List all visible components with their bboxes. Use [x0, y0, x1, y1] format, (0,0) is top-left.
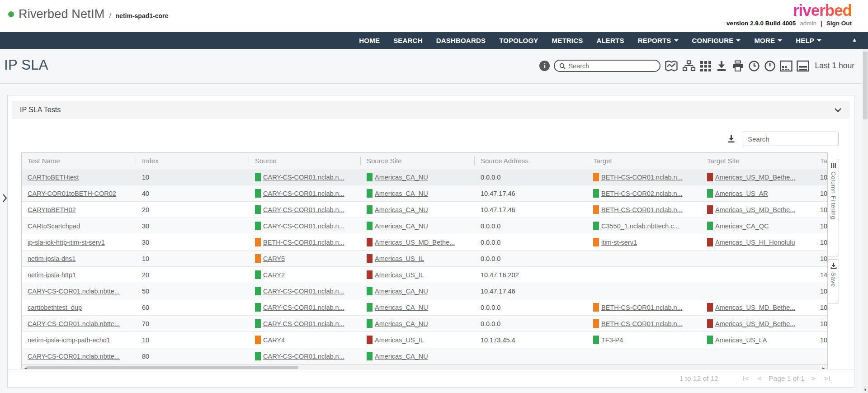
source-link[interactable]: CARY-CS-COR01.nclab.n... — [263, 304, 344, 311]
source-site-link[interactable]: Americas_CA_NU — [375, 353, 428, 360]
source-site-link[interactable]: Americas_CA_NU — [375, 206, 428, 213]
target-link[interactable]: BETH-CS-COR01.nclab.n... — [601, 206, 683, 213]
test-name-link[interactable]: carttobethtest_dup — [28, 304, 82, 311]
nav-item-configure[interactable]: CONFIGURE — [685, 37, 748, 44]
column-header-test-name[interactable]: Test Name — [22, 153, 136, 169]
column-header-target-address[interactable]: Target Address — [814, 153, 828, 169]
download-icon[interactable] — [716, 60, 727, 72]
source-site-link[interactable]: Americas_CA_NU — [375, 304, 428, 311]
nav-item-dashboards[interactable]: DASHBOARDS — [429, 37, 493, 44]
table-row[interactable]: CARYtoBETH0220CARY-CS-COR01.nclab.n...Am… — [22, 202, 828, 218]
test-name-link[interactable]: CARY-CS-COR01.nclab.nbtte... — [28, 353, 120, 360]
target-link[interactable]: C3550_1.nclab.nbttech.c... — [601, 223, 679, 230]
table-row[interactable]: netim-ipsla-http120CARY2Americas_US_IL10… — [22, 267, 828, 283]
target-site-link[interactable]: Americas_US_MD_Bethe... — [715, 206, 795, 213]
info-icon[interactable]: i — [539, 61, 550, 71]
column-header-target-site[interactable]: Target Site — [701, 153, 814, 169]
source-link[interactable]: BETH-CS-COR01.nclab.n... — [263, 239, 344, 246]
source-site-link[interactable]: Americas_CA_NU — [375, 288, 428, 295]
table-row[interactable]: CARY-COR01toBETH-COR0240CARY-CS-COR01.nc… — [22, 185, 828, 202]
target-site-link[interactable]: Americas_US_AR — [715, 190, 768, 197]
username-label[interactable]: admin — [800, 20, 816, 27]
target-site-link[interactable]: Americas_US_MD_Bethe... — [715, 174, 795, 181]
nav-item-search[interactable]: SEARCH — [387, 37, 429, 44]
topology-icon[interactable] — [682, 60, 696, 72]
column-filtering-tab[interactable]: Column Filtering — [828, 159, 839, 256]
target-site-link[interactable]: Americas_CA_QC — [715, 223, 769, 230]
table-row[interactable]: ip-sla-iok-http-itim-st-serv130BETH-CS-C… — [22, 234, 828, 251]
table-search-input[interactable] — [743, 132, 839, 146]
source-link[interactable]: CARY-CS-COR01.nclab.n... — [263, 190, 344, 197]
source-site-link[interactable]: Americas_US_IL — [375, 271, 424, 279]
source-link[interactable]: CARY-CS-COR01.nclab.n... — [263, 223, 344, 230]
time-setting-icon[interactable] — [764, 60, 776, 72]
test-name-link[interactable]: netim-ipsla-http1 — [28, 271, 76, 279]
column-header-source-address[interactable]: Source Address — [475, 153, 587, 169]
prev-page-button[interactable]: < — [753, 374, 766, 383]
source-site-link[interactable]: Americas_CA_NU — [375, 174, 428, 181]
test-name-link[interactable]: CARY-CS-COR01.nclab.nbtte... — [28, 288, 120, 295]
target-link[interactable]: BETH-CS-COR02.nclab.n... — [601, 190, 683, 197]
source-link[interactable]: CARY-CS-COR01.nclab.n... — [263, 353, 344, 360]
source-site-link[interactable]: Americas_US_IL — [375, 255, 424, 262]
test-name-link[interactable]: netim-ipsla-dns1 — [28, 255, 75, 262]
table-rows-icon[interactable] — [797, 60, 809, 72]
grid-icon[interactable] — [700, 60, 712, 72]
table-row[interactable]: carttobethtest_dup60CARY-CS-COR01.nclab.… — [22, 299, 828, 316]
target-site-link[interactable]: Americas_US_MD_Bethe... — [715, 304, 795, 311]
target-link[interactable]: BETH-CS-COR01.nclab.n... — [601, 304, 683, 311]
column-header-source-site[interactable]: Source Site — [361, 153, 475, 169]
target-link[interactable]: itim-st-serv1 — [601, 239, 637, 246]
nav-item-help[interactable]: HELP — [789, 37, 828, 44]
save-tab[interactable]: Save — [828, 259, 839, 303]
scroll-down-arrow-icon[interactable]: ▼ — [862, 388, 868, 392]
target-link[interactable]: BETH-CS-COR01.nclab.n... — [601, 174, 683, 181]
chevron-down-icon[interactable] — [834, 108, 842, 113]
next-page-button[interactable]: > — [807, 374, 820, 383]
column-header-source[interactable]: Source — [249, 153, 361, 169]
target-site-link[interactable]: Americas_US_LA — [715, 336, 767, 344]
test-name-link[interactable]: CARY-COR01toBETH-COR02 — [28, 190, 116, 197]
nav-item-more[interactable]: MORE — [747, 37, 789, 44]
sidebar-expander[interactable] — [2, 194, 7, 204]
source-site-link[interactable]: Americas_US_IL — [375, 336, 424, 344]
time-range-label[interactable]: Last 1 hour — [815, 61, 854, 71]
source-site-link[interactable]: Americas_US_MD_Bethe... — [375, 239, 455, 246]
table-row[interactable]: CARTtoBETHtest10CARY-CS-COR01.nclab.n...… — [22, 169, 828, 185]
table-row[interactable]: CARY-CS-COR01.nclab.nbtte...70CARY-CS-CO… — [22, 316, 828, 332]
source-site-link[interactable]: Americas_CA_NU — [375, 320, 428, 327]
test-name-link[interactable]: ip-sla-iok-http-itim-st-serv1 — [28, 239, 105, 246]
nav-item-home[interactable]: HOME — [352, 37, 387, 44]
vertical-scrollbar[interactable]: ▼ — [862, 49, 868, 393]
navbar-collapse-icon[interactable]: ▲ — [852, 37, 857, 43]
source-link[interactable]: CARY2 — [263, 271, 285, 279]
test-name-link[interactable]: CARY-CS-COR01.nclab.nbtte... — [28, 320, 120, 327]
target-site-link[interactable]: Americas_US_HI_Honolulu — [715, 239, 795, 246]
column-header-index[interactable]: Index — [136, 153, 249, 169]
nav-item-reports[interactable]: REPORTS — [631, 37, 685, 44]
export-icon[interactable] — [727, 135, 736, 143]
table-row[interactable]: CARY-CS-COR01.nclab.nbtte...50CARY-CS-CO… — [22, 283, 828, 299]
target-site-link[interactable]: Americas_US_MD_Bethe... — [715, 320, 795, 327]
map-icon[interactable] — [665, 60, 678, 72]
table-row[interactable]: netim-ipsla-icmp-path-echo110CARY4Americ… — [22, 332, 828, 348]
test-name-link[interactable]: CARTtoBETHtest — [28, 174, 79, 181]
test-name-link[interactable]: CARtoScartchpad — [28, 223, 80, 230]
target-link[interactable]: BETH-CS-COR01.nclab.n... — [601, 320, 683, 327]
table-filter-icon[interactable] — [780, 60, 793, 72]
source-link[interactable]: CARY-CS-COR01.nclab.n... — [263, 206, 344, 213]
test-name-link[interactable]: CARYtoBETH02 — [28, 206, 76, 213]
print-icon[interactable] — [731, 60, 744, 72]
sign-out-link[interactable]: Sign Out — [826, 20, 852, 27]
accordion-header[interactable]: IP SLA Tests — [12, 101, 850, 119]
source-link[interactable]: CARY-CS-COR01.nclab.n... — [263, 174, 344, 181]
source-link[interactable]: CARY-CS-COR01.nclab.n... — [263, 320, 344, 327]
table-row[interactable]: CARtoScartchpad30CARY-CS-COR01.nclab.n..… — [22, 218, 828, 234]
last-page-button[interactable]: >I — [820, 374, 835, 383]
first-page-button[interactable]: I< — [738, 374, 753, 383]
nav-item-metrics[interactable]: METRICS — [545, 37, 590, 44]
target-link[interactable]: TF3-P4 — [601, 336, 623, 344]
nav-item-topology[interactable]: TOPOLOGY — [492, 37, 545, 44]
source-link[interactable]: CARY5 — [263, 255, 285, 262]
source-link[interactable]: CARY4 — [263, 336, 285, 344]
